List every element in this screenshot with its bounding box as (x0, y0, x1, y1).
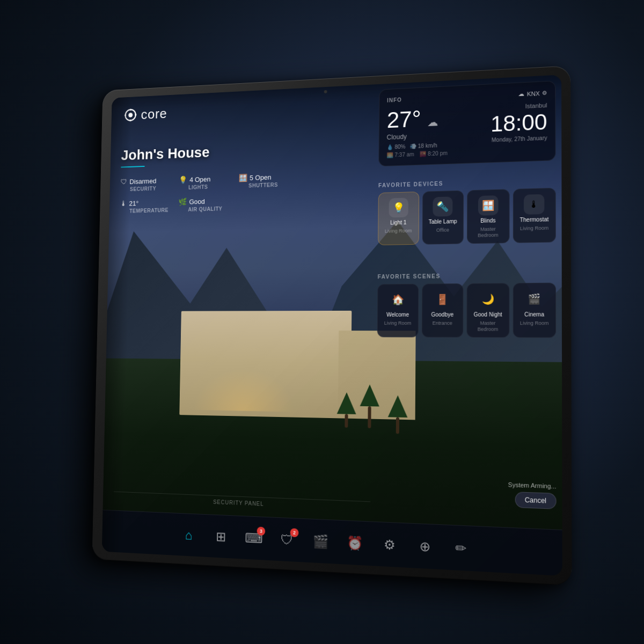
device-icon: 💡 (389, 198, 408, 218)
nav-item-clock[interactable]: ⏰ (345, 532, 364, 553)
svg-point-2 (130, 109, 131, 111)
nav-icon-security: 🛡 (277, 530, 297, 550)
nav-item-keypad[interactable]: ⌨3 (244, 528, 263, 548)
nav-icon-home: ⌂ (179, 525, 197, 545)
svg-point-1 (128, 113, 133, 118)
devices-grid: 💡 Light 1 Living Room 🔦 Table Lamp Offic… (378, 188, 556, 245)
info-label: INFO (387, 97, 402, 103)
temperature-display: 27° ☁ (387, 106, 448, 131)
scene-name: Good Night (473, 311, 502, 318)
nav-item-channels[interactable]: ⊕ (415, 536, 435, 557)
scene-card-good-night[interactable]: 🌙 Good Night Master Bedroom (466, 283, 509, 337)
favorite-scenes-section: FAVORITE SCENES 🏠 Welcome Living Room 🚪 … (377, 272, 556, 338)
nav-badge-keypad: 3 (257, 526, 266, 536)
nav-item-home[interactable]: ⌂ (179, 525, 197, 545)
temperature-icon: 🌡 (120, 199, 127, 207)
device-card-table-lamp[interactable]: 🔦 Table Lamp Office (422, 191, 464, 245)
device-card-thermostat[interactable]: 🌡 Thermostat Living Room (513, 188, 556, 243)
scene-location: Living Room (520, 320, 549, 326)
humidity-display: 💧80% (386, 144, 405, 150)
nav-icon-channels: ⊕ (415, 536, 435, 557)
scene-location: Master Bedroom (471, 320, 506, 332)
wind-display: 💨18 km/h (410, 142, 437, 149)
scene-name: Goodbye (431, 311, 453, 318)
city-display: Istanbul (491, 102, 547, 111)
shutters-status[interactable]: 🪟 5 Open SHUTTERS (238, 172, 290, 189)
weather-description: Cloudy (387, 131, 448, 142)
scenes-section-title: FAVORITE SCENES (378, 272, 556, 280)
info-panel: INFO ☁ KNX ⚙ 27° ☁ Cloudy (378, 80, 555, 166)
shutters-icon: 🪟 (238, 173, 247, 182)
nav-item-video[interactable]: 🎬 (311, 531, 331, 552)
scene-location: Entrance (433, 320, 452, 326)
logo-text: core (141, 106, 167, 122)
nav-icon-grid: ⊞ (211, 526, 230, 547)
accent-line (121, 166, 145, 167)
app-logo: core (122, 104, 167, 125)
scene-location: Living Room (384, 320, 412, 326)
devices-section-title: FAVORITE DEVICES (378, 177, 556, 188)
device-location: Living Room (385, 228, 412, 235)
weather-icon: ☁ (427, 116, 438, 128)
nav-icon-settings: ⚙ (380, 534, 400, 555)
device-location: Office (436, 227, 449, 233)
scene-icon: 🏠 (388, 290, 408, 310)
tablet-screen: core John's House 🛡 Disarmed SECURITY (102, 75, 562, 576)
system-arming-notification: System Arming... Cancel (508, 481, 557, 509)
scene-card-cinema[interactable]: 🎬 Cinema Living Room (513, 283, 556, 338)
nav-item-edit[interactable]: ✏ (451, 538, 471, 559)
nav-item-grid[interactable]: ⊞ (211, 526, 230, 547)
device-name: Thermostat (520, 216, 549, 224)
nav-icon-video: 🎬 (311, 531, 331, 552)
svg-point-5 (135, 114, 136, 116)
nav-item-security[interactable]: 🛡2 (277, 530, 297, 550)
scene-name: Welcome (386, 312, 409, 318)
cancel-button[interactable]: Cancel (515, 492, 556, 509)
sunset-display: 🌇8:20 pm (420, 150, 448, 157)
settings-mini-icon: ⚙ (542, 90, 547, 96)
logo-icon (122, 106, 140, 125)
scene-card-welcome[interactable]: 🏠 Welcome Living Room (377, 284, 419, 337)
temperature-status[interactable]: 🌡 21° TEMPERATURE (120, 198, 169, 214)
status-grid: 🛡 Disarmed SECURITY 💡 4 Open LIGHTS (120, 172, 290, 214)
date-display: Monday, 27th January (491, 135, 547, 143)
scene-name: Cinema (524, 311, 544, 318)
device-name: Blinds (480, 217, 496, 224)
device-name: Table Lamp (429, 218, 457, 225)
lights-status[interactable]: 💡 4 Open LIGHTS (179, 174, 229, 191)
time-display: 18:00 (491, 111, 547, 135)
favorite-devices-section: FAVORITE DEVICES 💡 Light 1 Living Room 🔦… (378, 177, 556, 245)
air-quality-status[interactable]: 🌿 Good AIR QUALITY (178, 196, 228, 213)
svg-point-3 (129, 120, 131, 122)
device-icon: 🔦 (433, 196, 453, 216)
device-location: Master Bedroom (471, 226, 505, 238)
lights-icon: 💡 (179, 175, 187, 184)
air-quality-icon: 🌿 (178, 197, 187, 206)
scene-icon: 🎬 (524, 289, 545, 309)
device-card-blinds[interactable]: 🪟 Blinds Master Bedroom (467, 189, 509, 244)
knx-badge: ☁ KNX ⚙ (518, 89, 547, 98)
nav-icon-edit: ✏ (451, 538, 471, 559)
svg-point-4 (125, 114, 126, 116)
scene-card-goodbye[interactable]: 🚪 Goodbye Entrance (421, 283, 463, 337)
arming-text: System Arming... (508, 481, 557, 490)
cloud-icon: ☁ (518, 90, 525, 98)
scene-icon: 🌙 (478, 289, 498, 309)
device-icon: 🌡 (524, 194, 544, 215)
sunrise-display: 🌅7:37 am (386, 151, 414, 158)
nav-badge-security: 2 (290, 528, 299, 537)
device-card-light-1[interactable]: 💡 Light 1 Living Room (378, 192, 419, 245)
device-icon: 🪟 (478, 195, 499, 216)
home-info: John's House 🛡 Disarmed SECURITY 💡 4 Ope (120, 141, 290, 214)
scenes-grid: 🏠 Welcome Living Room 🚪 Goodbye Entrance… (377, 283, 556, 338)
nav-item-settings[interactable]: ⚙ (380, 534, 400, 555)
security-status[interactable]: 🛡 Disarmed SECURITY (120, 176, 169, 192)
nav-icon-clock: ⏰ (345, 532, 364, 553)
device-location: Living Room (520, 225, 548, 232)
device-name: Light 1 (390, 219, 406, 226)
scene-icon: 🚪 (433, 289, 452, 309)
security-icon: 🛡 (120, 178, 127, 186)
